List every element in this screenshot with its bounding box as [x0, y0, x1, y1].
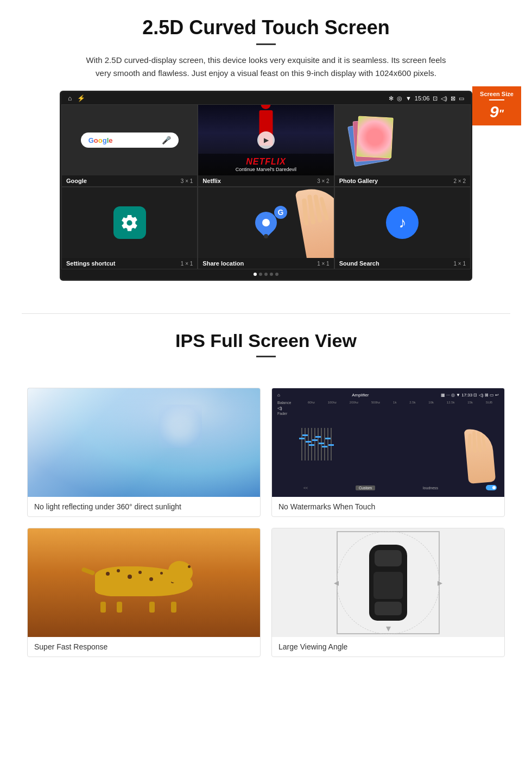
screen-size-badge: Screen Size 9" — [472, 86, 521, 125]
section-ips: IPS Full Screen View — [0, 314, 532, 377]
car-container: ◂ ▸ ▾ — [334, 531, 442, 634]
feature-grid: No light reflecting under 360° direct su… — [0, 377, 532, 673]
netflix-scene: NETFLIX Continue Marvel's Daredevil — [198, 105, 333, 175]
google-thumb: Google 🎤 — [62, 105, 197, 175]
amp-body: Balance ◁) Fader 60hz100hz200hz500hz1k2.… — [275, 399, 501, 494]
netflix-logo: NETFLIX — [202, 157, 329, 167]
settings-icon — [113, 206, 146, 239]
settings-label: Settings shortcut 1 × 1 — [62, 258, 197, 269]
sunlight-bg — [28, 388, 260, 497]
sunlight-caption: No light reflecting under 360° direct su… — [28, 497, 260, 516]
sound-thumb: ♪ — [335, 187, 470, 258]
gallery-thumb — [335, 105, 470, 175]
car-caption: Large Viewing Angle — [272, 637, 504, 657]
sound-app-name: Sound Search — [339, 260, 379, 267]
dot-2 — [259, 273, 262, 276]
section1-description: With 2.5D curved-display screen, this de… — [81, 54, 451, 80]
cheetah-image — [28, 528, 260, 637]
app-cell-google[interactable]: Google 🎤 Google 3 × 1 — [61, 104, 198, 187]
music-note-icon: ♪ — [386, 206, 419, 239]
eq-sliders — [301, 405, 499, 483]
netflix-app-name: Netflix — [202, 178, 221, 184]
section-curved-screen: 2.5D Curved Touch Screen With 2.5D curve… — [0, 0, 532, 292]
app-cell-sound[interactable]: ♪ Sound Search 1 × 1 — [334, 187, 471, 269]
car-body — [369, 545, 407, 621]
sound-grid-size: 1 × 1 — [453, 261, 466, 267]
google-grid-size: 3 × 1 — [181, 178, 193, 184]
share-grid-size: 1 × 1 — [317, 261, 330, 267]
google-app-name: Google — [66, 178, 87, 184]
app-grid-row1: Google 🎤 Google 3 × 1 — [61, 104, 471, 187]
hand-gesture — [301, 187, 334, 258]
time-display: 15:06 — [415, 95, 430, 102]
google-search-bar: Google 🎤 — [81, 133, 179, 148]
touch-hand — [464, 427, 496, 484]
share-thumb: G — [198, 187, 333, 258]
car-view: ◂ ▸ ▾ — [272, 528, 504, 637]
feature-sunlight: No light reflecting under 360° direct su… — [27, 388, 261, 517]
wifi-icon: ▼ — [406, 95, 411, 102]
location-icon: ◎ — [397, 95, 402, 102]
mic-icon: 🎤 — [162, 136, 171, 144]
feature-car: ◂ ▸ ▾ Large Viewing Angle — [271, 528, 505, 657]
app-cell-gallery[interactable]: Photo Gallery 2 × 2 — [334, 104, 471, 187]
badge-size: 9" — [476, 103, 518, 121]
gallery-app-name: Photo Gallery — [339, 178, 378, 184]
dot-1 — [254, 273, 257, 276]
amplifier-image: ⌂ Amplifier ▦ ··· ◎ ▼ 17:33 ⊡ ◁) ⊠ ▭ ↩ B… — [272, 388, 504, 497]
amp-labels: Balance ◁) Fader — [277, 401, 299, 491]
window-icon: ▭ — [459, 95, 464, 102]
netflix-subtitle: Continue Marvel's Daredevil — [202, 167, 329, 172]
share-app-name: Share location — [202, 260, 244, 267]
dot-5 — [275, 273, 278, 276]
app-grid-row2: Settings shortcut 1 × 1 — [61, 187, 471, 269]
amp-equalizer: 60hz100hz200hz500hz1k2.5k10k12.5k15kSUB — [301, 401, 499, 491]
settings-grid-size: 1 × 1 — [181, 261, 193, 267]
gallery-stack — [351, 116, 394, 165]
gallery-label: Photo Gallery 2 × 2 — [335, 175, 470, 186]
eq-freq-labels: 60hz100hz200hz500hz1k2.5k10k12.5k15kSUB — [301, 401, 499, 404]
app-cell-settings[interactable]: Settings shortcut 1 × 1 — [61, 187, 198, 269]
car-image: ◂ ▸ ▾ — [272, 528, 504, 637]
usb-icon: ⚡ — [77, 94, 85, 102]
dot-3 — [264, 273, 268, 276]
close-icon: ⊠ — [451, 95, 455, 102]
device-mockup: Screen Size 9" ⌂ ⚡ ✻ ◎ ▼ 15:06 ⊡ — [60, 91, 472, 281]
google-label: Google 3 × 1 — [62, 175, 197, 186]
volume-icon: ◁) — [441, 95, 447, 102]
google-logo: Google — [88, 136, 113, 144]
settings-app-name: Settings shortcut — [66, 260, 115, 267]
device-screen: ⌂ ⚡ ✻ ◎ ▼ 15:06 ⊡ ◁) ⊠ ▭ — [60, 91, 472, 281]
cheetah-bg — [28, 528, 260, 637]
section2-underline — [256, 356, 276, 357]
status-bar-left: ⌂ ⚡ — [68, 94, 85, 102]
gallery-grid-size: 2 × 2 — [453, 178, 466, 184]
settings-thumb — [62, 187, 197, 258]
netflix-grid-size: 3 × 2 — [317, 178, 330, 184]
gear-icon — [120, 213, 139, 232]
maps-icon: G — [252, 209, 280, 236]
amplifier-caption: No Watermarks When Touch — [272, 497, 504, 516]
section2-title: IPS Full Screen View — [33, 330, 499, 351]
status-bar: ⌂ ⚡ ✻ ◎ ▼ 15:06 ⊡ ◁) ⊠ ▭ — [61, 92, 471, 104]
app-cell-share[interactable]: G Share location — [198, 187, 334, 269]
cheetah-caption: Super Fast Response — [28, 637, 260, 657]
camera-icon: ⊡ — [433, 95, 438, 102]
cheetah-body — [90, 561, 198, 604]
bluetooth-icon: ✻ — [389, 95, 394, 102]
app-cell-netflix[interactable]: NETFLIX Continue Marvel's Daredevil Netf… — [198, 104, 334, 187]
home-icon: ⌂ — [68, 94, 72, 102]
feature-amplifier: ⌂ Amplifier ▦ ··· ◎ ▼ 17:33 ⊡ ◁) ⊠ ▭ ↩ B… — [271, 388, 505, 517]
netflix-overlay: NETFLIX Continue Marvel's Daredevil — [198, 154, 333, 175]
section1-title: 2.5D Curved Touch Screen — [33, 16, 499, 39]
sound-label: Sound Search 1 × 1 — [335, 258, 470, 269]
amp-footer: << Custom loudness — [301, 484, 499, 491]
dot-4 — [270, 273, 273, 276]
netflix-thumb: NETFLIX Continue Marvel's Daredevil — [198, 105, 333, 175]
netflix-label: Netflix 3 × 2 — [198, 175, 333, 186]
amplifier-screen: ⌂ Amplifier ▦ ··· ◎ ▼ 17:33 ⊡ ◁) ⊠ ▭ ↩ B… — [272, 388, 504, 497]
status-bar-right: ✻ ◎ ▼ 15:06 ⊡ ◁) ⊠ ▭ — [389, 95, 464, 102]
feature-cheetah: Super Fast Response — [27, 528, 261, 657]
share-label: Share location 1 × 1 — [198, 258, 333, 269]
badge-label: Screen Size — [476, 91, 518, 97]
